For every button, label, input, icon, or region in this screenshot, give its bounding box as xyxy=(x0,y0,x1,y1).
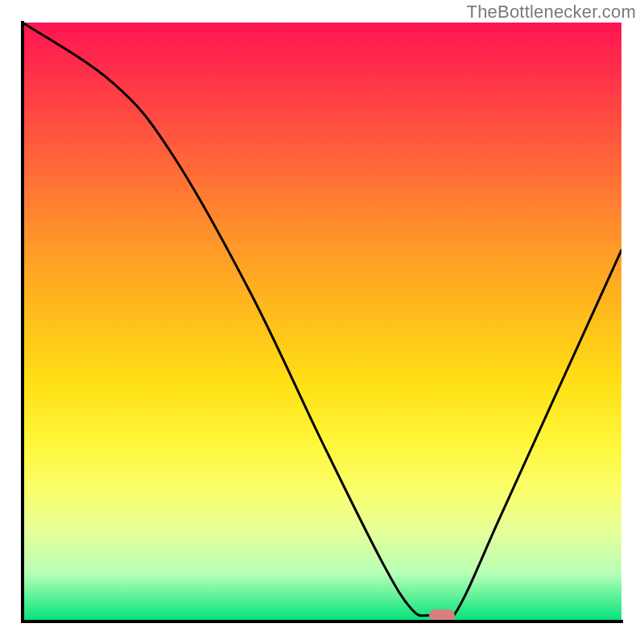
curve-layer xyxy=(23,23,621,621)
bottleneck-curve xyxy=(23,23,621,621)
chart-container: TheBottlenecker.com xyxy=(0,0,644,644)
x-axis xyxy=(21,620,623,623)
y-axis xyxy=(21,21,24,623)
watermark-text: TheBottlenecker.com xyxy=(467,2,636,23)
